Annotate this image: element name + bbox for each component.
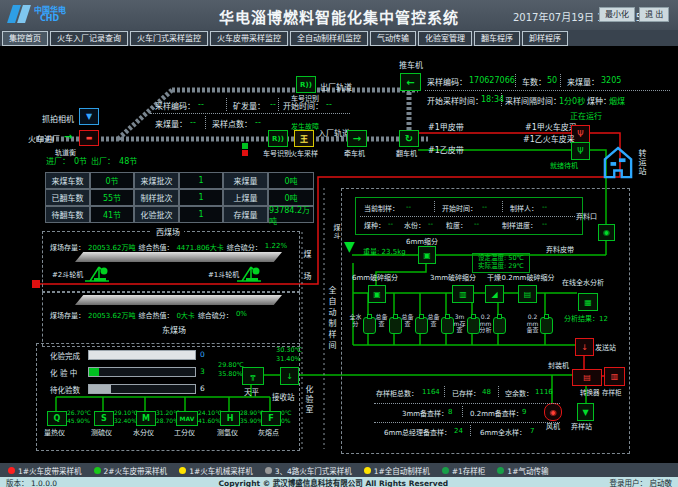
- divider: [205, 116, 206, 129]
- crusher-3mm-icon[interactable]: ▥: [452, 285, 474, 303]
- field-label: 当前制样：: [364, 203, 399, 213]
- calorimeter-icon[interactable]: Q: [47, 411, 67, 426]
- interval-value: 1分0秒: [559, 95, 585, 106]
- hydrogen-analyzer-icon[interactable]: H: [220, 411, 240, 426]
- puller-label: 牵车机: [344, 148, 365, 158]
- track-scale-icon[interactable]: ▬: [79, 130, 99, 146]
- tab-pneumatic-transfer[interactable]: 气动传输: [370, 31, 416, 46]
- reject-valve-icon[interactable]: ◉: [598, 224, 615, 241]
- stacker2-icon[interactable]: [84, 263, 110, 283]
- table-cell-label: 制样批次: [134, 189, 179, 206]
- online-moisture-label: 在线全水分析: [562, 277, 604, 287]
- status-dot: [265, 467, 272, 474]
- divider: [226, 98, 227, 111]
- menu-bar: 集控首页 火车入厂记录查询 火车门式采样监控 火车皮带采样监控 全自动制样机监控…: [0, 30, 678, 46]
- balance-icon[interactable]: ╦: [242, 367, 264, 385]
- receiver-humidity: 31.40%: [276, 355, 301, 363]
- car-id-reader-icon[interactable]: R)): [296, 76, 316, 93]
- table-cell-value: 93784.2万吨: [268, 206, 314, 223]
- receiver-station-icon[interactable]: ↓: [280, 367, 299, 385]
- crusher-02mm-label: 0.2mm破碎缩分: [500, 272, 556, 282]
- tab-auto-sample-prep[interactable]: 全自动制样机监控: [290, 31, 368, 46]
- crusher-02mm-icon[interactable]: ▤: [518, 285, 537, 303]
- ash-fusion-icon[interactable]: F: [261, 411, 281, 426]
- hydrogen-analyzer-label: 测氢仪: [217, 427, 238, 437]
- stacker1-icon[interactable]: [236, 263, 262, 283]
- moisture-analyzer-icon[interactable]: M: [136, 411, 156, 426]
- status-footer: 版本： 1.0.0.0 Copyright © 武汉博盛信息科技有限公司 All…: [0, 477, 678, 487]
- pusher-icon[interactable]: ←: [400, 73, 421, 91]
- field-label: 开始采样时间：: [427, 95, 483, 106]
- field-label: 开始时间：: [442, 203, 477, 213]
- sample-cabinet-icon[interactable]: ▥: [604, 367, 625, 386]
- tab-train-entry-records[interactable]: 火车入厂记录查询: [50, 31, 128, 46]
- status-dot: [8, 467, 15, 474]
- field-value: 1164: [422, 388, 440, 396]
- table-cell-label: 已翻车数: [45, 189, 90, 206]
- instrument-humidity: 0%: [281, 417, 291, 424]
- receiver-station-label: 接收站: [272, 391, 295, 402]
- crusher-3mm-label: 3mm破碎缩分: [428, 272, 478, 282]
- tab-lab-management[interactable]: 化验室管理: [418, 31, 472, 46]
- balance-humidity: 35.80%: [218, 370, 243, 378]
- car-id-reader-icon[interactable]: R)): [268, 130, 288, 147]
- puller-icon[interactable]: →: [347, 130, 367, 147]
- progress-label: 化验完成: [50, 350, 80, 361]
- copyright-text: Copyright © 武汉博盛信息科技有限公司 All Rights Rese…: [219, 477, 449, 487]
- dryer-icon[interactable]: ◢: [485, 285, 504, 303]
- hopper-label: 煤斗: [331, 224, 341, 240]
- field-label: 制样进度：: [502, 220, 537, 230]
- capture-camera-icon[interactable]: ▼: [79, 108, 99, 125]
- tab-belt-sampling[interactable]: 火车皮带采样监控: [210, 31, 288, 46]
- field-value: 1116: [535, 388, 553, 396]
- exit-button[interactable]: 退 出: [639, 7, 669, 22]
- waste-station-icon[interactable]: ▼: [577, 403, 594, 421]
- field-label: 3mm备查样：: [402, 408, 448, 418]
- car-dumper-icon[interactable]: ↻: [399, 130, 419, 147]
- stacker2-label: #2斗轮机: [52, 269, 83, 279]
- packer-icon[interactable]: ▤: [572, 369, 602, 386]
- transfer-station-icon[interactable]: [603, 146, 633, 180]
- minimize-button[interactable]: 最小化: [599, 7, 635, 22]
- field-label: 0.2mm备查样：: [470, 408, 523, 418]
- field-value: --: [198, 100, 204, 109]
- tab-unload-program[interactable]: 卸样程序: [522, 31, 568, 46]
- packer-label: 封装机: [548, 360, 569, 370]
- field-label: 空余数：: [505, 388, 533, 398]
- tab-gantry-sampling[interactable]: 火车门式采样监控: [130, 31, 208, 46]
- send-station-icon[interactable]: ↓: [575, 338, 594, 356]
- field-label: 粒度：: [446, 220, 467, 230]
- table-cell-label: 待翻车数: [45, 206, 90, 223]
- field-label: 开始时间：: [283, 100, 323, 111]
- bottle-label: 总备查: [427, 314, 440, 327]
- field-label: 采样点数：: [212, 118, 252, 129]
- belt2-sampler-label: #1乙火车皮采: [523, 133, 575, 144]
- online-moisture-icon[interactable]: ▦: [578, 293, 598, 311]
- divider: [374, 422, 560, 423]
- table-cell-value: 1: [179, 172, 223, 189]
- standby-status-text: 就绪待机: [550, 160, 578, 170]
- tab-dumper-program[interactable]: 翻车程序: [474, 31, 520, 46]
- divider-6mm-icon[interactable]: ▣: [418, 246, 436, 264]
- belt2-sampler-icon[interactable]: Ψ: [571, 142, 590, 160]
- instrument-temp: 26.70℃: [67, 409, 91, 416]
- divider: [374, 403, 560, 404]
- field-value: --: [542, 220, 547, 228]
- sulfur-analyzer-icon[interactable]: S: [94, 411, 114, 426]
- train-sampler-icon[interactable]: 王: [294, 130, 314, 147]
- proximate-analyzer-label: 工分仪: [174, 427, 195, 437]
- status-dot: [364, 467, 371, 474]
- tab-home[interactable]: 集控首页: [2, 31, 48, 46]
- divider: [434, 201, 435, 212]
- divider: [444, 386, 445, 397]
- car-id-label-2: 车号识别: [263, 148, 291, 158]
- belt1-label: #1甲皮带: [428, 121, 464, 132]
- reject-belt-label: 弃料皮带: [546, 244, 574, 254]
- coal-stats-table: 来煤车数 0节 来煤批次 1 来煤量 0吨 已翻车数 55节 制样批次 1 上煤…: [45, 172, 314, 223]
- field-label: 6mm总经理备查样：: [384, 427, 451, 437]
- bottle-label: 全水分: [349, 314, 362, 327]
- proximate-analyzer-icon[interactable]: MAV: [176, 411, 198, 426]
- west-yard-stats: 煤场存量：20053.62万吨 综合热值：4471.806大卡 综合硫分：1.2…: [50, 242, 287, 252]
- crusher-6mm-icon[interactable]: ▣: [368, 285, 386, 303]
- progress-label: 化 验 中: [50, 367, 77, 378]
